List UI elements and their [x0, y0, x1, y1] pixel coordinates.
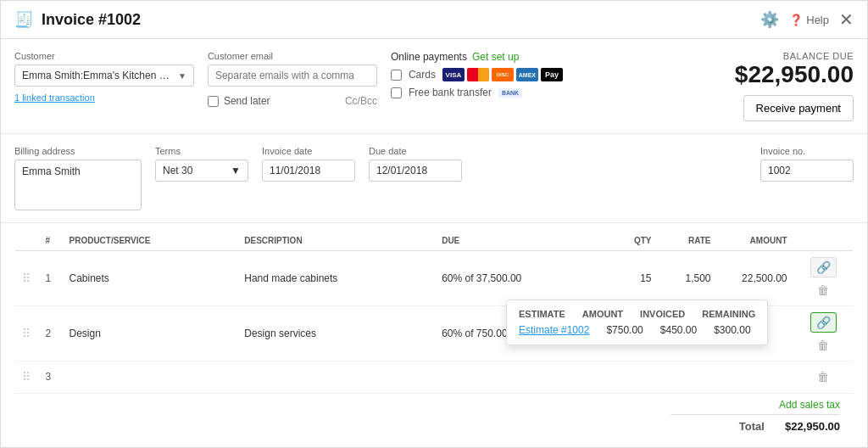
table-row: ⠿ 3 🗑 — [15, 361, 854, 393]
product-cell-2[interactable]: Design — [63, 306, 238, 361]
col-rate: RATE — [659, 231, 718, 251]
total-divider — [670, 414, 840, 415]
chevron-down-icon: ▼ — [178, 71, 186, 81]
settings-icon[interactable]: ⚙️ — [760, 10, 779, 29]
total-amount: $22,950.00 — [785, 420, 840, 433]
email-label: Customer email — [208, 51, 377, 61]
mastercard-icon — [467, 68, 489, 81]
bank-transfer-checkbox[interactable] — [391, 87, 402, 98]
send-later-label: Send later — [224, 95, 270, 107]
row-num-3: 3 — [39, 361, 63, 393]
tooltip-remaining-val: $300.00 — [714, 324, 750, 336]
description-cell-3[interactable] — [237, 361, 435, 393]
tooltip-amount-col: Amount — [582, 309, 623, 319]
delete-icon-2[interactable]: 🗑 — [812, 336, 834, 355]
col-amount: AMOUNT — [718, 231, 794, 251]
tooltip-estimate-col: Estimate — [519, 309, 565, 319]
due-cell-1[interactable]: 60% of 37,500.00 — [435, 251, 607, 306]
delete-icon-1[interactable]: 🗑 — [812, 281, 834, 300]
amount-cell-3[interactable] — [718, 361, 794, 393]
total-label: Total — [739, 420, 765, 433]
tooltip-invoiced-col: Invoiced — [640, 309, 685, 319]
row-num-2: 2 — [39, 306, 63, 361]
billing-address-field[interactable]: Emma Smith — [14, 160, 142, 210]
due-date-label: Due date — [369, 146, 462, 156]
linked-transaction-link[interactable]: 1 linked transaction — [14, 92, 194, 103]
help-circle-icon: ❓ — [789, 14, 803, 26]
description-cell-2[interactable]: Design services — [237, 306, 435, 361]
invoice-date-input[interactable] — [262, 160, 355, 182]
tooltip-amount-val: $750.00 — [606, 324, 643, 336]
close-button[interactable]: ✕ — [839, 9, 854, 30]
due-cell-3[interactable] — [435, 361, 607, 393]
drag-handle[interactable]: ⠿ — [22, 370, 31, 384]
receipt-icon: 🧾 — [14, 10, 33, 29]
discover-icon: DISC — [492, 68, 514, 81]
col-num: # — [39, 231, 63, 251]
col-description: DESCRIPTION — [237, 231, 435, 251]
visa-icon: VISA — [442, 68, 465, 81]
drag-handle[interactable]: ⠿ — [22, 327, 31, 340]
col-due: DUE — [435, 231, 607, 251]
amex-icon: AMEX — [516, 68, 538, 81]
send-later-checkbox[interactable] — [208, 96, 219, 107]
estimate-link[interactable]: Estimate #1002 — [519, 324, 589, 336]
cards-checkbox[interactable] — [391, 70, 402, 81]
applepay-icon: Pay — [541, 68, 563, 81]
col-product: PRODUCT/SERVICE — [63, 231, 238, 251]
cards-label: Cards — [409, 69, 436, 81]
qty-cell-3[interactable] — [608, 361, 659, 393]
col-actions — [794, 231, 854, 251]
email-input[interactable] — [208, 64, 377, 87]
delete-icon-3[interactable]: 🗑 — [812, 367, 834, 386]
customer-label: Customer — [14, 51, 194, 61]
due-date-input[interactable] — [369, 160, 462, 182]
col-qty: QTY — [608, 231, 659, 251]
invoice-date-label: Invoice date — [262, 146, 355, 156]
col-drag — [15, 231, 39, 251]
balance-label: BALANCE DUE — [735, 51, 854, 61]
terms-label: Terms — [155, 146, 248, 156]
description-cell-1[interactable]: Hand made cabinets — [237, 251, 435, 306]
cc-bcc-label[interactable]: Cc/Bcc — [345, 95, 377, 107]
row-num-1: 1 — [39, 251, 63, 306]
rate-cell-1[interactable]: 1,500 — [659, 251, 718, 306]
product-cell-3[interactable] — [63, 361, 238, 393]
link-icon-1[interactable]: 🔗 — [810, 257, 837, 277]
rate-cell-3[interactable] — [659, 361, 718, 393]
drag-handle[interactable]: ⠿ — [22, 272, 31, 285]
balance-amount: $22,950.00 — [735, 61, 854, 88]
help-button[interactable]: ❓ Help — [789, 14, 829, 26]
customer-select[interactable]: Emma Smith:Emma's Kitchen Ren ▼ — [14, 64, 194, 87]
tooltip-remaining-col: Remaining — [702, 309, 755, 319]
page-title: Invoice #1002 — [42, 11, 141, 29]
add-sales-tax-link[interactable]: Add sales tax — [779, 399, 840, 411]
amount-cell-1[interactable]: 22,500.00 — [718, 251, 794, 306]
product-cell-1[interactable]: Cabinets — [63, 251, 238, 306]
bank-transfer-label: Free bank transfer — [409, 87, 492, 98]
terms-chevron-icon: ▼ — [231, 165, 241, 176]
online-payments-label: Online payments — [391, 51, 467, 63]
table-row: ⠿ 1 Cabinets Hand made cabinets 60% of 3… — [15, 251, 854, 306]
terms-select[interactable]: Net 30 ▼ — [155, 160, 248, 182]
bank-badge: BANK — [498, 88, 522, 98]
link-icon-2[interactable]: 🔗 — [810, 312, 837, 333]
get-setup-link[interactable]: Get set up — [472, 51, 519, 63]
receive-payment-button[interactable]: Receive payment — [743, 95, 854, 121]
qty-cell-1[interactable]: 15 — [608, 251, 659, 306]
estimate-tooltip: Estimate Amount Invoiced Remaining Estim… — [506, 300, 768, 345]
billing-address-label: Billing address — [14, 146, 142, 156]
invoice-no-label: Invoice no. — [760, 146, 854, 156]
invoice-no-input[interactable] — [760, 160, 854, 182]
tooltip-invoiced-val: $450.00 — [660, 324, 697, 336]
